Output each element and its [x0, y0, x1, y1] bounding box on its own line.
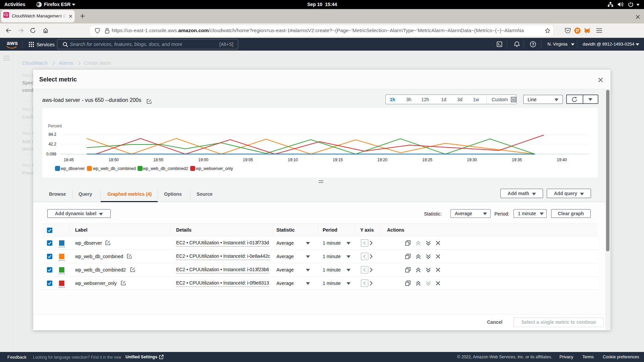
svg-text:?: ?: [532, 42, 534, 46]
